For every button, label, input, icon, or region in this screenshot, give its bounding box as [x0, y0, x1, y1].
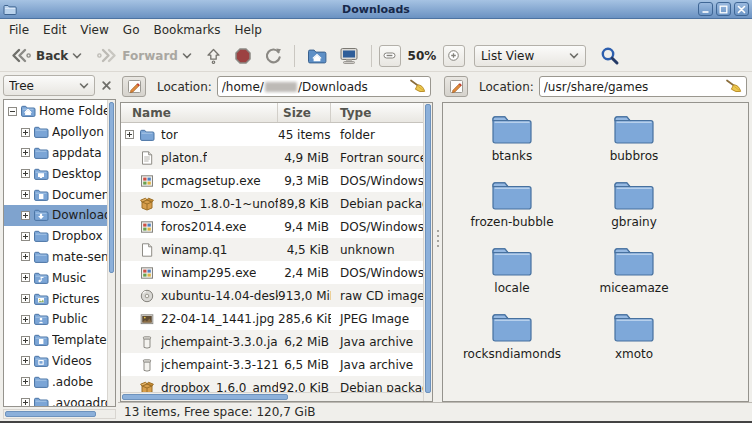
sidebar-item-templates[interactable]: Templates [4, 330, 107, 351]
reload-button[interactable] [259, 44, 287, 68]
location-input-right[interactable]: /usr/share/games [539, 76, 747, 97]
deb-icon [139, 196, 158, 212]
desktop-icon [33, 166, 49, 182]
folder-item-miceamaze[interactable]: miceamaze [573, 241, 695, 307]
tree-expander[interactable] [21, 294, 30, 303]
sidebar-item-downloads[interactable]: Downloads [4, 205, 107, 226]
menu-bookmarks[interactable]: Bookmarks [146, 20, 227, 40]
close-icon [737, 5, 746, 14]
column-header-size[interactable]: Size [278, 103, 331, 122]
file-row[interactable]: pcmagsetup.exe9,3 MiBDOS/Windows ex [121, 169, 423, 192]
sidebar-item-documents[interactable]: Documents [4, 184, 107, 205]
scrollbar-thumb[interactable] [122, 394, 288, 400]
sidebar-item--adobe[interactable]: .adobe [4, 371, 107, 392]
list-vertical-scrollbar[interactable] [423, 103, 432, 401]
sidebar-item-music[interactable]: Music [4, 267, 107, 288]
tree-expander[interactable] [21, 211, 30, 220]
zoom-out-button[interactable] [379, 45, 401, 67]
column-header-name[interactable]: Name [121, 103, 278, 122]
sidebar-close-button[interactable] [97, 76, 116, 95]
sidebar-item--avogadro[interactable]: .avogadro [4, 392, 107, 406]
edit-location-button[interactable] [444, 76, 468, 97]
menu-edit[interactable]: Edit [36, 20, 73, 40]
maximize-button[interactable] [716, 2, 731, 16]
file-row[interactable]: xubuntu-14.04-deskt...913,0 MiBraw CD im… [121, 284, 423, 307]
stop-button[interactable] [229, 44, 257, 68]
tree-expander[interactable] [21, 356, 30, 365]
tree-expander[interactable] [125, 130, 136, 139]
location-input-left[interactable]: /home//Downloads [217, 76, 431, 97]
computer-button[interactable] [334, 44, 364, 68]
tree-expander[interactable] [21, 252, 30, 261]
file-row[interactable]: mozo_1.8.0-1~unoffi...89,8 KiBDebian pac… [121, 192, 423, 215]
sidebar-item-mate-sensors-[interactable]: mate-sensors- [4, 247, 107, 268]
sidebar-horizontal-scrollbar[interactable] [3, 409, 116, 419]
back-button[interactable]: Back [4, 44, 88, 67]
list-horizontal-scrollbar[interactable] [121, 392, 423, 401]
menu-go[interactable]: Go [116, 20, 147, 40]
view-selector[interactable]: List View [474, 45, 586, 67]
search-button[interactable] [595, 43, 625, 69]
file-row[interactable]: dropbox_1.6.0_amd6...92,0 KiBDebian pack… [121, 376, 423, 392]
column-header-type[interactable]: Type [331, 103, 423, 122]
file-row[interactable]: platon.f4,9 MiBFortran source co [121, 146, 423, 169]
folder-item-rocksndiamonds[interactable]: rocksndiamonds [451, 307, 573, 373]
sidebar-item-dropbox[interactable]: Dropbox [4, 226, 107, 247]
home-button[interactable] [302, 44, 332, 67]
tree-expander[interactable] [21, 336, 30, 345]
titlebar[interactable]: Downloads [0, 0, 752, 19]
sidebar-mode-select[interactable]: Tree [3, 75, 95, 96]
up-button[interactable] [200, 44, 227, 68]
scrollbar-thumb[interactable] [5, 411, 96, 417]
pane-splitter[interactable] [433, 74, 442, 402]
sidebar-vertical-scrollbar[interactable] [107, 100, 115, 406]
file-row[interactable]: jchempaint-3.3-1210...6,5 MiBJava archiv… [121, 353, 423, 376]
sidebar-item-videos[interactable]: Videos [4, 351, 107, 372]
file-row[interactable]: winamp.q14,5 KiBunknown [121, 238, 423, 261]
zoom-in-button[interactable] [443, 45, 465, 67]
file-row[interactable]: 22-04-14_1441.jpg285,6 KiBJPEG Image [121, 307, 423, 330]
edit-location-button[interactable] [122, 76, 146, 97]
menu-help[interactable]: Help [228, 20, 269, 40]
folder-item-frozen-bubble[interactable]: frozen-bubble [451, 175, 573, 241]
tree-expander[interactable] [21, 398, 30, 406]
file-row[interactable]: tor45 itemsfolder [121, 123, 423, 146]
tree-expander[interactable] [21, 128, 30, 137]
close-button[interactable] [734, 2, 749, 16]
file-row[interactable]: winamp295.exe2,4 MiBDOS/Windows ex [121, 261, 423, 284]
folder-item-gbrainy[interactable]: gbrainy [573, 175, 695, 241]
tree-expander[interactable] [21, 148, 30, 157]
tree-expander[interactable] [21, 315, 30, 324]
tree-expander[interactable] [21, 190, 30, 199]
sidebar-item-pictures[interactable]: Pictures [4, 288, 107, 309]
tree-expander[interactable] [21, 169, 30, 178]
scrollbar-thumb[interactable] [425, 104, 431, 393]
tree-expander[interactable] [21, 232, 30, 241]
sidebar-item-desktop[interactable]: Desktop [4, 163, 107, 184]
file-size: 9,3 MiB [278, 174, 331, 188]
file-row[interactable]: jchempaint-3.3.0.jar6,2 MiBJava archive [121, 330, 423, 353]
folder-item-btanks[interactable]: btanks [451, 109, 573, 175]
sidebar-item-home-folder[interactable]: Home Folder [4, 101, 107, 122]
minimize-button[interactable] [698, 2, 713, 16]
tree-expander[interactable] [21, 273, 30, 282]
maximize-icon [719, 5, 728, 14]
folder-item-xmoto[interactable]: xmoto [573, 307, 695, 373]
tree-expander[interactable] [21, 377, 30, 386]
file-row[interactable]: foros2014.exe9,4 MiBDOS/Windows ex [121, 215, 423, 238]
clear-location-icon[interactable] [409, 79, 426, 95]
sidebar-item-appdata[interactable]: appdata [4, 143, 107, 164]
sidebar-item-public[interactable]: Public [4, 309, 107, 330]
scrollbar-thumb[interactable] [109, 102, 114, 273]
tree-expander[interactable] [8, 107, 17, 116]
forward-button[interactable]: Forward [90, 44, 198, 67]
back-icon [10, 47, 32, 64]
menu-view[interactable]: View [73, 20, 115, 40]
menu-file[interactable]: File [2, 20, 36, 40]
clear-location-icon[interactable] [725, 79, 742, 95]
folder-item-locale[interactable]: locale [451, 241, 573, 307]
toolbar: BackForward50%List View [0, 40, 752, 72]
folder-item-bubbros[interactable]: bubbros [573, 109, 695, 175]
sidebar-item-apollyon[interactable]: Apollyon [4, 122, 107, 143]
exe-icon [139, 265, 158, 281]
